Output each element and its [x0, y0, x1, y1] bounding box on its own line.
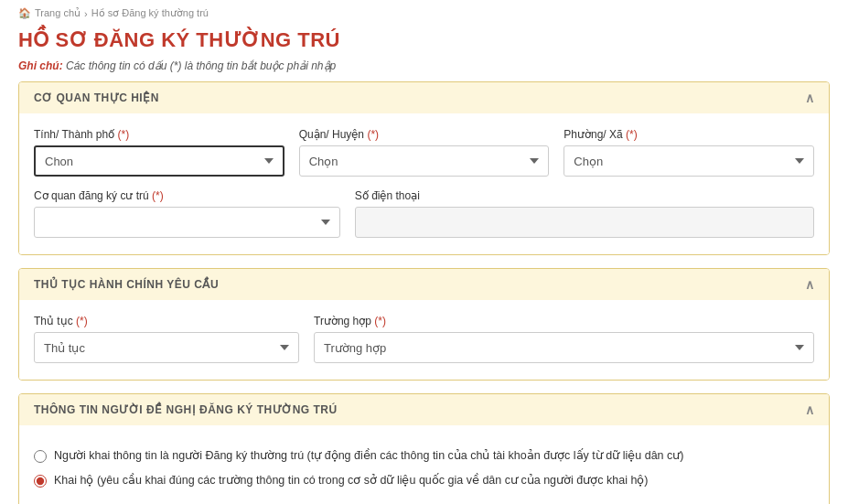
select-truong-hop[interactable]: Trường hợp: [314, 332, 814, 363]
section-header-thong-tin[interactable]: THÔNG TIN NGƯỜI ĐỀ NGHỊ ĐĂNG KÝ THƯỜNG T…: [19, 394, 829, 425]
radio-khai-ho[interactable]: [34, 475, 47, 488]
form-row-2: Cơ quan đăng ký cư trú (*) Số điện thoại: [34, 189, 814, 238]
select-thu-tuc[interactable]: Thủ tục: [34, 332, 299, 363]
select-tinh[interactable]: Chon: [34, 145, 284, 177]
form-group-quan-huyen: Quận/ Huyện (*) Chọn: [299, 128, 550, 177]
section-header-co-quan[interactable]: CƠ QUAN THỰC HIỆN ∧: [19, 82, 829, 113]
form-group-thu-tuc: Thủ tục (*) Thủ tục: [34, 315, 299, 363]
chevron-icon-co-quan: ∧: [805, 91, 815, 105]
form-row-thu-tuc: Thủ tục (*) Thủ tục Trường hợp (*) Trườn…: [34, 315, 814, 363]
label-truong-hop: Trường hợp (*): [314, 315, 814, 327]
note-prefix: Ghi chú:: [18, 59, 63, 72]
radio-label-nguoi-khai[interactable]: Người khai thông tin là người Đăng ký th…: [54, 447, 683, 465]
breadcrumb-separator: ›: [84, 8, 88, 19]
label-tinh: Tính/ Thành phố (*): [34, 128, 284, 141]
note-text: Các thông tin có dấu (*) là thông tin bắ…: [66, 59, 336, 72]
label-phuong-xa: Phường/ Xã (*): [564, 128, 814, 141]
section-title-thu-tuc: THỦ TỤC HÀNH CHÍNH YÊU CẦU: [34, 278, 219, 291]
radio-nguoi-khai[interactable]: [34, 450, 47, 463]
label-thu-tuc: Thủ tục (*): [34, 315, 299, 327]
label-co-quan: Cơ quan đăng ký cư trú (*): [34, 189, 340, 202]
section-header-thu-tuc[interactable]: THỦ TỤC HÀNH CHÍNH YÊU CẦU ∧: [19, 269, 829, 300]
form-group-tinh: Tính/ Thành phố (*) Chon: [34, 128, 284, 177]
form-group-phuong-xa: Phường/ Xã (*) Chọn: [564, 128, 814, 177]
section-co-quan-thuc-hien: CƠ QUAN THỰC HIỆN ∧ Tính/ Thành phố (*) …: [18, 81, 830, 255]
home-icon: 🏠: [18, 7, 31, 19]
breadcrumb-home[interactable]: Trang chủ: [35, 7, 81, 19]
chevron-icon-thu-tuc: ∧: [805, 277, 815, 292]
label-quan-huyen: Quận/ Huyện (*): [299, 128, 550, 141]
note: Ghi chú: Các thông tin có dấu (*) là thô…: [0, 58, 848, 81]
select-co-quan[interactable]: [34, 207, 340, 238]
select-phuong-xa[interactable]: Chọn: [564, 145, 814, 177]
page-title: HỒ SƠ ĐĂNG KÝ THƯỜNG TRÚ: [0, 23, 848, 58]
section-title-thong-tin: THÔNG TIN NGƯỜI ĐỀ NGHỊ ĐĂNG KÝ THƯỜNG T…: [34, 403, 338, 416]
form-row-1: Tính/ Thành phố (*) Chon Quận/ Huyện (*)…: [34, 128, 814, 177]
radio-label-khai-ho[interactable]: Khai hộ (yêu cầu khai đúng các trường th…: [54, 472, 649, 489]
radio-item-1: Người khai thông tin là người Đăng ký th…: [34, 447, 814, 465]
section-title-co-quan: CƠ QUAN THỰC HIỆN: [34, 91, 159, 104]
label-so-dien-thoai: Số điện thoại: [355, 189, 814, 202]
radio-group-thong-tin: Người khai thông tin là người Đăng ký th…: [34, 440, 814, 504]
form-group-truong-hop: Trường hợp (*) Trường hợp: [314, 315, 814, 363]
section-body-thu-tuc: Thủ tục (*) Thủ tục Trường hợp (*) Trườn…: [19, 300, 829, 380]
form-group-co-quan: Cơ quan đăng ký cư trú (*): [34, 189, 340, 238]
form-group-so-dien-thoai: Số điện thoại: [355, 189, 814, 238]
required-tinh: (*): [118, 128, 130, 141]
section-body-thong-tin: Người khai thông tin là người Đăng ký th…: [19, 425, 829, 504]
input-so-dien-thoai[interactable]: [355, 207, 814, 238]
select-quan-huyen[interactable]: Chọn: [299, 145, 550, 177]
chevron-icon-thong-tin: ∧: [805, 402, 815, 417]
breadcrumb-current: Hồ sơ Đăng ký thường trú: [91, 7, 209, 19]
section-thong-tin-nguoi: THÔNG TIN NGƯỜI ĐỀ NGHỊ ĐĂNG KÝ THƯỜNG T…: [18, 393, 830, 504]
section-body-co-quan: Tính/ Thành phố (*) Chon Quận/ Huyện (*)…: [19, 113, 829, 254]
breadcrumb: 🏠 Trang chủ › Hồ sơ Đăng ký thường trú: [0, 0, 848, 23]
radio-item-2: Khai hộ (yêu cầu khai đúng các trường th…: [34, 472, 814, 489]
section-thu-tuc: THỦ TỤC HÀNH CHÍNH YÊU CẦU ∧ Thủ tục (*)…: [18, 268, 830, 381]
